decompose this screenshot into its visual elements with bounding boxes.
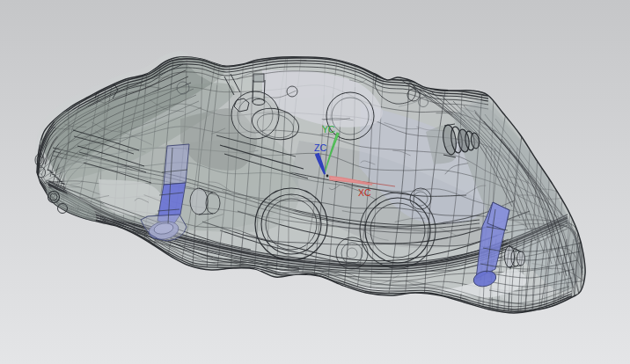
svg-text:XC: XC: [358, 187, 371, 198]
svg-text:YC: YC: [322, 124, 335, 135]
svg-text:ZC: ZC: [314, 142, 326, 153]
